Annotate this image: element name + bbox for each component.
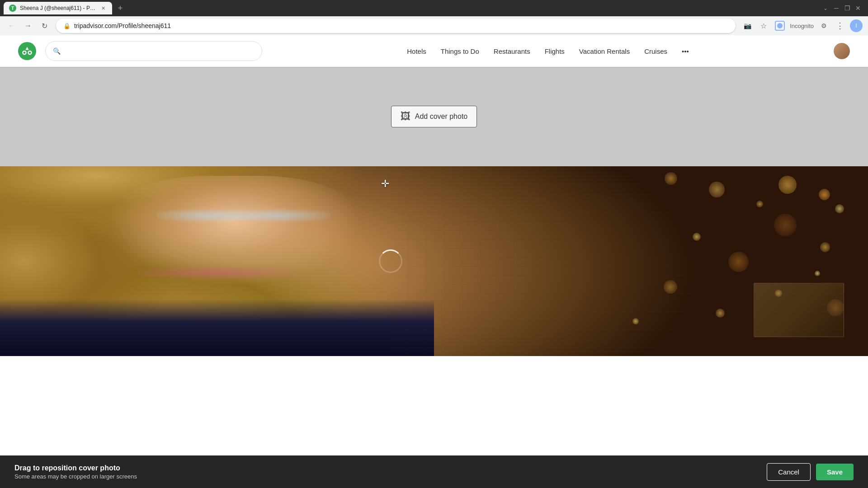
address-bar: ← → ↻ 🔒 tripadvisor.com/Profile/sheenaj6… (0, 16, 868, 35)
clothing-layer (0, 299, 434, 356)
profile-switcher-icon[interactable] (774, 19, 786, 32)
nav-link-flights[interactable]: Flights (545, 47, 565, 55)
new-tab-button[interactable]: + (114, 2, 127, 14)
smile-layer (139, 265, 295, 280)
cover-photo-area[interactable]: ✛ (0, 166, 868, 356)
nav-right (834, 43, 850, 59)
reposition-subtitle: Some areas may be cropped on larger scre… (14, 473, 137, 480)
maximize-button[interactable]: ❐ (844, 5, 850, 11)
svg-point-2 (24, 52, 26, 54)
nav-link-things-to-do[interactable]: Things to Do (441, 47, 479, 55)
incognito-label: Incognito (790, 23, 814, 29)
lock-icon: 🔒 (63, 23, 71, 29)
extensions-icon[interactable]: ⚙ (817, 19, 830, 32)
nav-links: Hotels Things to Do Restaurants Flights … (407, 47, 689, 55)
address-right-icons: 📷 ☆ Incognito ⚙ ⋮ I (741, 19, 863, 32)
brick-texture (391, 166, 868, 356)
svg-marker-4 (25, 47, 28, 50)
nav-buttons: ← → ↻ (5, 19, 51, 32)
nav-link-vacation-rentals[interactable]: Vacation Rentals (579, 47, 630, 55)
bottom-action-buttons: Cancel Save (767, 463, 854, 481)
url-text: tripadvisor.com/Profile/sheenaj611 (74, 22, 171, 29)
reposition-bar: Drag to reposition cover photo Some area… (0, 455, 868, 488)
add-cover-label: Add cover photo (415, 113, 468, 121)
url-bar[interactable]: 🔒 tripadvisor.com/Profile/sheenaj611 (56, 19, 736, 33)
nav-link-hotels[interactable]: Hotels (407, 47, 426, 55)
reposition-text-area: Drag to reposition cover photo Some area… (14, 464, 137, 480)
back-button[interactable]: ← (5, 19, 18, 32)
camera-off-icon[interactable]: 📷 (741, 19, 754, 32)
browser-chrome: T Sheena J (@sheenaj611) - Profil... ✕ +… (0, 0, 868, 16)
tab-list-button[interactable]: ⌄ (823, 5, 828, 11)
reposition-title: Drag to reposition cover photo (14, 464, 137, 472)
website-content: 🔍 Hotels Things to Do Restaurants Flight… (0, 35, 868, 488)
bookmark-icon[interactable]: ☆ (757, 19, 770, 32)
nav-link-cruises[interactable]: Cruises (644, 47, 667, 55)
cancel-button[interactable]: Cancel (767, 463, 811, 481)
menu-icon[interactable]: ⋮ (834, 19, 846, 32)
photo-icon: 🖼 (401, 111, 410, 122)
tab-close-button[interactable]: ✕ (99, 5, 107, 12)
window-controls: ⌄ ─ ❐ ✕ (823, 5, 864, 11)
logo-area (18, 42, 36, 60)
save-button[interactable]: Save (816, 464, 854, 480)
tab-title: Sheena J (@sheenaj611) - Profil... (20, 5, 96, 11)
active-tab[interactable]: T Sheena J (@sheenaj611) - Profil... ✕ (4, 2, 112, 14)
user-avatar[interactable] (834, 43, 850, 59)
eye-layer (156, 204, 330, 227)
loading-spinner (379, 249, 402, 273)
add-cover-photo-button[interactable]: 🖼 Add cover photo (391, 106, 477, 127)
account-avatar[interactable]: I (850, 19, 863, 32)
close-button[interactable]: ✕ (855, 5, 861, 11)
tripadvisor-logo[interactable] (18, 42, 36, 60)
site-navigation: 🔍 Hotels Things to Do Restaurants Flight… (0, 35, 868, 67)
bokeh-lights (391, 166, 868, 356)
cover-placeholder[interactable]: 🖼 Add cover photo (0, 67, 868, 166)
svg-point-3 (29, 52, 31, 54)
search-bar[interactable]: 🔍 (45, 41, 262, 61)
cover-photo-image (0, 166, 868, 356)
reload-button[interactable]: ↻ (38, 19, 51, 32)
nav-more-button[interactable]: ••• (682, 47, 689, 55)
tab-bar: T Sheena J (@sheenaj611) - Profil... ✕ + (4, 0, 821, 16)
forward-button[interactable]: → (22, 19, 34, 32)
spinner-animation (379, 249, 402, 273)
tab-favicon: T (9, 5, 16, 12)
nav-link-restaurants[interactable]: Restaurants (494, 47, 530, 55)
minimize-button[interactable]: ─ (834, 5, 839, 11)
